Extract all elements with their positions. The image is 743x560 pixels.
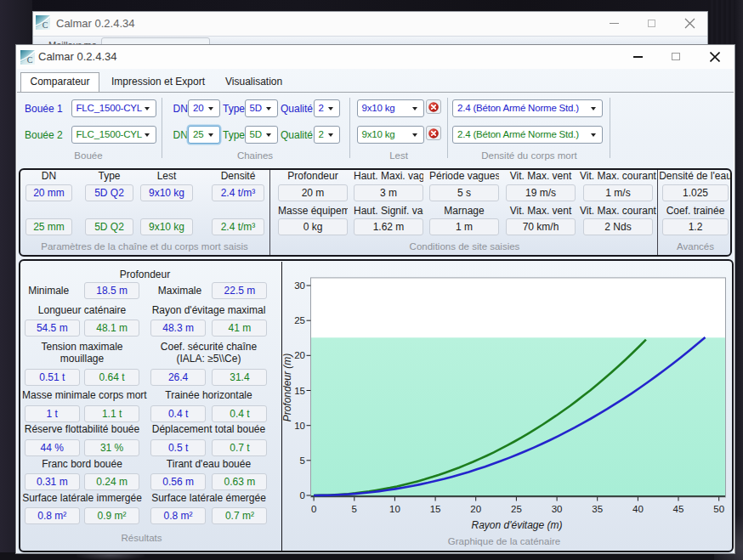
svg-text:Profondeur (m): Profondeur (m)	[282, 354, 293, 422]
svg-text:0: 0	[300, 490, 305, 501]
svg-text:C: C	[27, 55, 33, 65]
svg-text:30: 30	[552, 504, 563, 514]
svg-text:25: 25	[511, 504, 522, 514]
svg-text:30: 30	[294, 280, 305, 291]
svg-text:Rayon d'évitage (m): Rayon d'évitage (m)	[471, 519, 562, 531]
svg-text:20: 20	[294, 350, 305, 360]
svg-text:40: 40	[632, 504, 644, 514]
svg-text:10: 10	[389, 504, 400, 514]
svg-text:0: 0	[311, 504, 316, 514]
svg-text:10: 10	[294, 421, 305, 431]
svg-text:50: 50	[713, 504, 724, 514]
svg-text:45: 45	[673, 504, 684, 514]
svg-text:20: 20	[470, 504, 481, 514]
svg-text:15: 15	[430, 504, 441, 514]
svg-text:15: 15	[294, 386, 305, 396]
svg-text:5: 5	[352, 504, 357, 514]
svg-text:Graphique de la caténaire: Graphique de la caténaire	[448, 536, 560, 546]
svg-text:5: 5	[300, 455, 305, 466]
svg-text:C: C	[43, 20, 48, 30]
svg-text:35: 35	[592, 504, 603, 514]
svg-text:25: 25	[294, 315, 305, 325]
